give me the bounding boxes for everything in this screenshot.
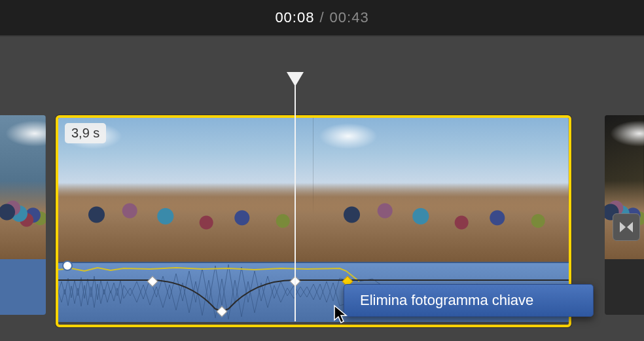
current-time: 00:08	[275, 9, 314, 26]
context-menu: Elimina fotogramma chiave	[344, 284, 594, 317]
menu-item-delete-keyframe[interactable]: Elimina fotogramma chiave	[344, 288, 593, 313]
transition-button[interactable]	[613, 213, 640, 241]
clip-duration-badge: 3,9 s	[65, 123, 106, 143]
clip-thumbnail	[313, 118, 569, 262]
bowtie-icon	[619, 221, 634, 233]
total-time: 00:43	[330, 9, 369, 26]
timecode-display: 00:08 / 00:43	[0, 0, 644, 35]
timeline[interactable]: 3,9 s	[0, 37, 644, 341]
clip-thumbnail	[0, 115, 46, 259]
clip-thumbnails	[58, 118, 569, 262]
previous-clip[interactable]	[0, 115, 46, 315]
fade-in-handle[interactable]	[62, 260, 73, 271]
time-separator: /	[319, 9, 324, 26]
playhead[interactable]	[295, 72, 296, 321]
playhead-marker-icon[interactable]	[287, 72, 304, 86]
clip-waveform	[0, 259, 46, 315]
